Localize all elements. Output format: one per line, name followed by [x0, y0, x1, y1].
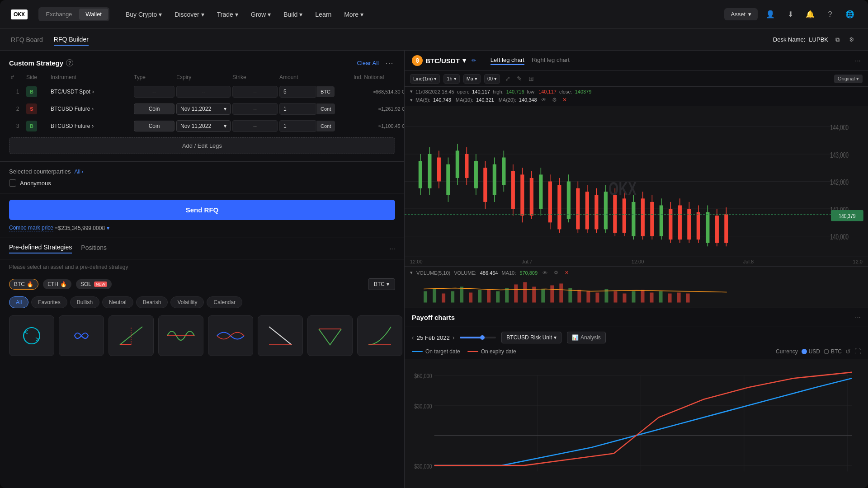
filter-bullish[interactable]: Bullish — [70, 296, 99, 308]
type-coin-badge[interactable]: Coin — [134, 121, 175, 131]
strike-input[interactable]: -- — [232, 103, 278, 115]
chevron-down-icon: ▾ — [159, 11, 162, 18]
strike-input[interactable]: -- — [232, 120, 278, 132]
nav-learn[interactable]: Learn — [310, 7, 337, 22]
tab-left-leg-chart[interactable]: Left leg chart — [491, 56, 524, 65]
nav-build[interactable]: Build ▾ — [278, 7, 308, 22]
more-options-icon[interactable]: ⋯ — [383, 58, 395, 68]
svg-text:$30,000: $30,000 — [414, 402, 432, 410]
candle-toggle-icon[interactable]: ▾ — [410, 89, 413, 94]
help-circle-icon[interactable]: ? — [66, 59, 73, 66]
filter-neutral[interactable]: Neutral — [102, 296, 133, 308]
currency-usd-radio[interactable]: USD — [802, 348, 820, 355]
nav-grow[interactable]: Grow ▾ — [245, 7, 276, 22]
filter-all[interactable]: All — [9, 296, 28, 308]
zoom-in-icon[interactable]: ⤢ — [504, 74, 512, 84]
filter-calendar[interactable]: Calendar — [207, 296, 242, 308]
predefined-more-icon[interactable]: ⋯ — [389, 245, 395, 252]
filter-favorites[interactable]: Favorites — [31, 296, 67, 308]
analysis-button[interactable]: 📊 Analysis — [567, 332, 606, 343]
refresh-icon[interactable]: ↺ — [845, 348, 851, 355]
strike-input[interactable]: -- — [232, 86, 278, 98]
nav-trade[interactable]: Trade ▾ — [212, 7, 244, 22]
type-coin-badge[interactable]: Coin — [134, 103, 175, 114]
risk-unit-select[interactable]: BTCUSD Risk Unit ▾ — [501, 332, 561, 343]
btc-dropdown[interactable]: BTC ▾ — [368, 278, 395, 290]
indicator-select[interactable]: Ma ▾ — [463, 74, 481, 84]
globe-icon[interactable]: 🌐 — [843, 7, 857, 22]
currency-toggle: Currency USD BTC ↺ ⛶ — [776, 348, 861, 355]
rfq-board-link[interactable]: RFQ Board — [11, 34, 43, 45]
draw-icon[interactable]: ✎ — [515, 74, 524, 84]
settings-icon[interactable]: ⚙ — [846, 34, 857, 45]
strategy-card-8[interactable] — [357, 315, 402, 356]
timeframe-select[interactable]: Line(1m) ▾ — [410, 74, 440, 84]
chevron-down-icon[interactable]: ▾ — [462, 56, 466, 65]
amount-input[interactable]: 1 — [279, 120, 316, 132]
strategy-card-1[interactable] — [9, 315, 54, 356]
chart-more-icon[interactable]: ⋯ — [855, 57, 861, 64]
amount-input[interactable]: 5 — [279, 86, 316, 98]
currency-badge[interactable]: BTC — [316, 86, 335, 97]
clear-all-button[interactable]: Clear All — [357, 60, 379, 66]
strategy-card-5[interactable] — [208, 315, 253, 356]
date-slider[interactable] — [460, 337, 496, 338]
send-rfq-button[interactable]: Send RFQ — [9, 200, 395, 220]
strategy-card-7[interactable] — [307, 315, 353, 356]
tab-predefined-strategies[interactable]: Pre-defined Strategies — [9, 244, 72, 253]
settings-volume-icon[interactable]: ⚙ — [552, 268, 560, 277]
asset-chip-eth[interactable]: ETH 🔥 — [43, 279, 71, 289]
filter-volatility[interactable]: Volatility — [170, 296, 204, 308]
expiry-select[interactable]: Nov 11,2022 ▾ — [176, 120, 231, 132]
eye-volume-icon[interactable]: 👁 — [541, 269, 549, 277]
type-input[interactable]: -- — [134, 86, 175, 98]
slider-handle[interactable] — [480, 335, 485, 340]
volume-toggle-icon[interactable]: ▾ — [410, 270, 413, 276]
date-prev-button[interactable]: ‹ — [412, 334, 414, 341]
asset-chip-btc[interactable]: BTC 🔥 — [9, 279, 38, 290]
nav-discover[interactable]: Discover ▾ — [169, 7, 209, 22]
nav-more[interactable]: More ▾ — [339, 7, 369, 22]
strategy-card-2[interactable] — [59, 315, 104, 356]
strategy-card-6[interactable] — [258, 315, 303, 356]
original-button[interactable]: Original ▾ — [834, 75, 863, 83]
filter-bearish[interactable]: Bearish — [136, 296, 168, 308]
expiry-input[interactable]: -- — [176, 86, 231, 98]
edit-icon[interactable]: ✏ — [472, 57, 476, 64]
ma-toggle-icon[interactable]: ▾ — [410, 97, 413, 103]
asset-button[interactable]: Asset ▾ — [724, 8, 758, 20]
bell-icon[interactable]: 🔔 — [803, 7, 817, 22]
copy-icon[interactable]: ⧉ — [832, 34, 843, 45]
tab-positions[interactable]: Positions — [81, 244, 107, 253]
anonymous-checkbox[interactable] — [9, 179, 16, 187]
eye-icon[interactable]: 👁 — [540, 95, 548, 104]
add-edit-legs-button[interactable]: Add / Edit Legs — [9, 137, 395, 154]
counterparties-all-link[interactable]: All › — [75, 169, 83, 175]
download-icon[interactable]: ⬇ — [783, 7, 797, 22]
payoff-more-icon[interactable]: ⋯ — [855, 314, 861, 321]
close-ma-icon[interactable]: ✕ — [561, 95, 568, 104]
date-next-button[interactable]: › — [453, 334, 455, 341]
screenshot-icon[interactable]: ⊞ — [527, 74, 535, 84]
currency-btc-radio[interactable]: BTC — [824, 348, 842, 355]
rfq-builder-link[interactable]: RFQ Builder — [54, 34, 89, 46]
period-select[interactable]: 1h ▾ — [443, 74, 459, 84]
settings-small-icon[interactable]: ⚙ — [551, 95, 558, 104]
wallet-tab[interactable]: Wallet — [79, 9, 108, 20]
svg-rect-108 — [595, 293, 599, 303]
candle-count-select[interactable]: 00 ▾ — [484, 74, 500, 84]
asset-chip-sol[interactable]: SOL NEW — [76, 279, 112, 289]
user-icon[interactable]: 👤 — [763, 7, 778, 22]
exchange-tab[interactable]: Exchange — [40, 9, 79, 20]
expand-icon[interactable]: ⛶ — [854, 348, 861, 355]
btc-icon: ₿ — [412, 55, 423, 66]
tab-right-leg-chart[interactable]: Right leg chart — [532, 56, 570, 65]
close-volume-icon[interactable]: ✕ — [563, 268, 570, 277]
candlestick-chart[interactable]: OKX 144,000 143,000 142,000 141,900 140,… — [405, 106, 868, 257]
nav-buy-crypto[interactable]: Buy Crypto ▾ — [120, 7, 167, 22]
expiry-select[interactable]: Nov 11,2022 ▾ — [176, 103, 231, 115]
strategy-card-3[interactable] — [108, 315, 154, 356]
help-icon[interactable]: ? — [823, 7, 837, 22]
strategy-card-4[interactable] — [158, 315, 203, 356]
amount-input[interactable]: 1 — [279, 103, 316, 115]
